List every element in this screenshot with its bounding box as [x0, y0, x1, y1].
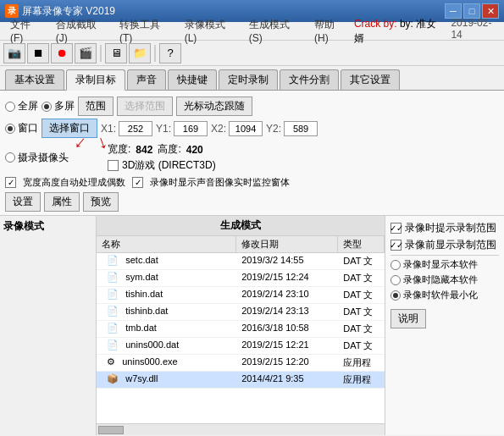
file-row[interactable]: 📄sym.dat 2019/2/15 12:24 DAT 文	[97, 270, 385, 287]
file-date: 2014/4/21 9:35	[236, 372, 338, 388]
file-date: 2019/2/14 23:10	[236, 287, 338, 303]
file-type: DAT 文	[338, 253, 385, 269]
hide-software-radio[interactable]: 录像时隐藏本软件	[390, 273, 499, 286]
generate-mode-header: 生成模式	[97, 216, 385, 236]
select-range-btn[interactable]: 选择范围	[117, 97, 173, 116]
camera-size-row: 摄录摄像头 宽度: 842 高度: 420 3D游戏 (DIRECT3D)	[5, 141, 499, 174]
width-row: 宽度: 842 高度: 420	[108, 142, 216, 157]
file-row[interactable]: 📄setc.dat 2019/3/2 14:55 DAT 文	[97, 253, 385, 270]
menu-record-mode[interactable]: 录像模式(L)	[178, 16, 242, 46]
file-row[interactable]: 📄tishin.dat 2019/2/14 23:10 DAT 文	[97, 287, 385, 304]
toolbar-separator	[100, 45, 102, 62]
minimize-software-radio[interactable]: 录像时软件最小化	[390, 289, 499, 301]
recording-mode-panel: 录像模式	[0, 216, 97, 435]
x1-input[interactable]	[119, 121, 152, 136]
fullscreen-radio[interactable]: 全屏	[5, 99, 38, 113]
crack-info: Crack by: by: 准女婿 2019-02-14	[354, 17, 501, 46]
show-range-before-item: ✓ 录像前显示录制范围	[390, 238, 499, 252]
show-range-before-checkbox[interactable]: ✓	[390, 240, 402, 251]
show-software-radio[interactable]: 录像时显示本软件	[390, 258, 499, 271]
options-panel: ✓ 录像时提示录制范围 ✓ 录像前显示录制范围 录像时显示本软件 录像时隐藏本软…	[385, 216, 504, 435]
crack-text: Crack by: by: 准女婿	[354, 17, 442, 46]
file-name: 📄tishin.dat	[97, 287, 236, 303]
toolbar-btn-film[interactable]: 🎬	[75, 43, 97, 63]
y1-input[interactable]	[174, 121, 208, 136]
tab-file-split[interactable]: 文件分割	[280, 69, 339, 90]
toolbar-btn-screen[interactable]: 🖥	[105, 43, 127, 63]
settings-btn[interactable]: 设置	[5, 192, 41, 212]
file-name: 📄sym.dat	[97, 270, 236, 286]
window-radio[interactable]: 窗口	[5, 121, 38, 135]
horizontal-scrollbar[interactable]	[97, 423, 385, 435]
select-window-btn[interactable]: 选择窗口	[42, 119, 97, 138]
file-type: 应用程	[338, 372, 385, 388]
menu-generate-mode[interactable]: 生成模式(S)	[242, 16, 307, 46]
audio-monitor-checkbox[interactable]: ✓	[132, 177, 143, 188]
show-range-record-checkbox[interactable]: ✓	[390, 223, 402, 234]
toolbar-btn-folder[interactable]: 📁	[129, 43, 151, 63]
menu-convert[interactable]: 转换工具(T)	[113, 16, 178, 46]
file-type: DAT 文	[338, 321, 385, 337]
file-date: 2016/3/18 10:58	[236, 321, 338, 337]
file-name: 📄tmb.dat	[97, 321, 236, 337]
d3d-checkbox[interactable]	[108, 160, 119, 171]
autosize-row: ✓ 宽度高度自动处理成偶数 ✓ 录像时显示声音图像实时监控窗体	[5, 176, 499, 189]
x2-input[interactable]	[229, 121, 263, 136]
window-radio-circle	[5, 124, 15, 134]
tab-bar: 基本设置 录制目标 声音 快捷键 定时录制 文件分割 其它设置	[0, 66, 504, 91]
toolbar-btn-help[interactable]: ?	[159, 43, 181, 63]
file-type: DAT 文	[338, 338, 385, 354]
properties-btn[interactable]: 属性	[44, 192, 80, 212]
file-name: 📄unins000.dat	[97, 338, 236, 354]
file-date: 2019/2/15 12:20	[236, 355, 338, 371]
show-software-circle	[390, 260, 401, 270]
menu-file[interactable]: 文件(F)	[3, 16, 49, 46]
tab-record-target[interactable]: 录制目标	[66, 69, 125, 91]
file-name: ⚙unins000.exe	[97, 355, 236, 371]
file-row[interactable]: 📄unins000.dat 2019/2/15 12:21 DAT 文	[97, 338, 385, 355]
file-date: 2019/2/15 12:24	[236, 270, 338, 286]
menu-help[interactable]: 帮助(H)	[307, 16, 354, 46]
preview-btn[interactable]: 预览	[83, 192, 119, 212]
file-type: DAT 文	[338, 304, 385, 320]
fullscreen-radio-circle	[5, 102, 15, 112]
file-type: 应用程	[338, 355, 385, 371]
range-btn[interactable]: 范围	[78, 97, 114, 116]
follow-cursor-btn[interactable]: 光标动态跟随	[176, 97, 252, 116]
coord-x1: X1:	[101, 121, 152, 136]
h-scroll-thumb[interactable]	[98, 426, 124, 434]
size-col: 宽度: 842 高度: 420 3D游戏 (DIRECT3D)	[108, 141, 216, 174]
toolbar-btn-stop[interactable]: ⏹	[27, 43, 49, 63]
multiscreen-radio-circle	[42, 102, 52, 112]
file-name: 📦w7sy.dll	[97, 372, 236, 388]
tab-scheduled[interactable]: 定时录制	[219, 69, 278, 90]
menu-bar: 文件(F) 合成截取(J) 转换工具(T) 录像模式(L) 生成模式(S) 帮助…	[0, 22, 504, 41]
y2-input[interactable]	[284, 121, 318, 136]
menu-capture[interactable]: 合成截取(J)	[49, 16, 113, 46]
content-area: 全屏 多屏 范围 选择范围 光标动态跟随 窗口 选择窗口 X1: Y1:	[0, 91, 504, 435]
tab-basic-settings[interactable]: 基本设置	[5, 69, 64, 90]
file-date: 2019/3/2 14:55	[236, 253, 338, 269]
divider	[390, 255, 499, 256]
file-row[interactable]: 📄tmb.dat 2016/3/18 10:58 DAT 文	[97, 321, 385, 338]
file-table-body: 📄setc.dat 2019/3/2 14:55 DAT 文 📄sym.dat …	[97, 253, 385, 423]
camera-radio[interactable]: 摄录摄像头	[5, 151, 69, 165]
autosize-checkbox[interactable]: ✓	[5, 177, 16, 188]
help-btn[interactable]: 说明	[390, 309, 426, 328]
screen-mode-row: 全屏 多屏 范围 选择范围 光标动态跟随	[5, 97, 499, 116]
file-row[interactable]: 📦w7sy.dll 2014/4/21 9:35 应用程	[97, 372, 385, 389]
file-row[interactable]: 📄tishinb.dat 2019/2/14 23:13 DAT 文	[97, 304, 385, 321]
toolbar-btn-record[interactable]: ⏺	[51, 43, 73, 63]
tab-audio[interactable]: 声音	[127, 69, 166, 90]
file-type: DAT 文	[338, 287, 385, 303]
window-row: 窗口 选择窗口 X1: Y1: X2: Y2:	[5, 119, 499, 138]
file-row[interactable]: ⚙unins000.exe 2019/2/15 12:20 应用程	[97, 355, 385, 372]
file-date: 2019/2/15 12:21	[236, 338, 338, 354]
multiscreen-radio[interactable]: 多屏	[42, 99, 75, 113]
tab-other-settings[interactable]: 其它设置	[341, 69, 400, 90]
file-date: 2019/2/14 23:13	[236, 304, 338, 320]
toolbar-btn-camera[interactable]: 📷	[3, 43, 25, 63]
file-name: 📄setc.dat	[97, 253, 236, 269]
tab-hotkeys[interactable]: 快捷键	[168, 69, 217, 90]
generate-mode-panel: 生成模式 名称 修改日期 类型 📄setc.dat 2019/3/2 14:55…	[97, 216, 385, 435]
